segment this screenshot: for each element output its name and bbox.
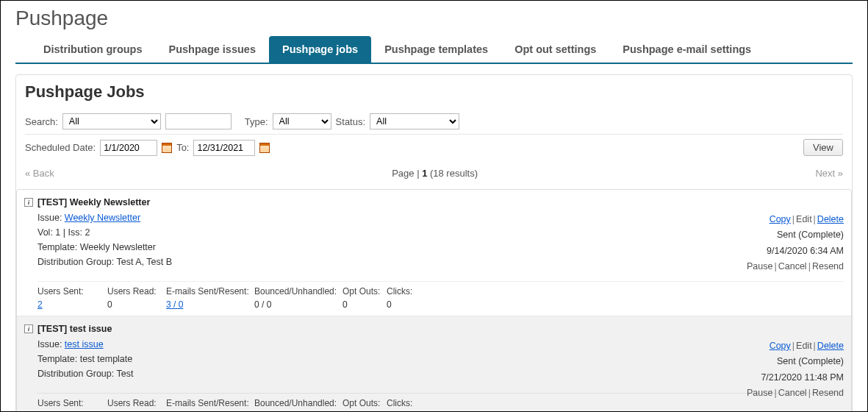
job-stats: Users Sent: Users Read: E-mails Sent/Res…	[37, 281, 844, 310]
info-icon[interactable]: i	[24, 198, 33, 207]
jobs-list: i [TEST] Weekly Newsletter Issue: Weekly…	[16, 189, 852, 412]
job-title: [TEST] Weekly Newsletter	[37, 197, 150, 207]
pager-next[interactable]: Next »	[815, 168, 843, 179]
stat-hdr-bounced: Bounced/Unhandled:	[254, 398, 342, 408]
cancel-link: Cancel	[778, 261, 807, 271]
scheduled-date-label: Scheduled Date:	[25, 142, 96, 153]
template-value: Weekly Newsletter	[80, 242, 156, 252]
stat-hdr-users-read: Users Read:	[107, 286, 166, 296]
issue-label: Issue:	[37, 213, 65, 223]
status-label: Status:	[336, 116, 365, 127]
pager-back[interactable]: « Back	[25, 168, 54, 179]
job-row: i [TEST] Weekly Newsletter Issue: Weekly…	[17, 190, 851, 316]
type-label: Type:	[245, 116, 268, 127]
template-value: test template	[80, 354, 133, 364]
stat-hdr-optouts: Opt Outs:	[342, 398, 387, 408]
panel-title: Pushpage Jobs	[25, 82, 843, 102]
resend-link: Resend	[812, 261, 844, 271]
stat-hdr-bounced: Bounced/Unhandled:	[254, 286, 342, 296]
edit-link: Edit	[796, 214, 812, 224]
stat-clicks: 0	[387, 299, 431, 310]
template-label: Template:	[37, 242, 80, 252]
copy-link[interactable]: Copy	[770, 341, 791, 351]
stat-optouts: 0	[342, 299, 387, 310]
status-select[interactable]: All	[370, 113, 459, 129]
filter-row-2: Scheduled Date: To: View	[25, 135, 843, 160]
job-title: [TEST] test issue	[37, 324, 112, 334]
info-icon[interactable]: i	[24, 324, 33, 333]
dist-group-label: Distribution Group:	[37, 257, 116, 267]
dist-group-label: Distribution Group:	[37, 369, 116, 379]
cancel-link: Cancel	[778, 388, 807, 398]
tab-bar: Distribution groups Pushpage issues Push…	[15, 36, 853, 64]
jobs-panel: Pushpage Jobs Search: All Type: All Stat…	[15, 74, 853, 412]
stat-hdr-emails: E-mails Sent/Resent:	[166, 398, 254, 408]
date-to-input[interactable]	[193, 140, 255, 156]
pager-row: « Back Page | 1 (18 results) Next »	[25, 160, 843, 188]
tab-pushpage-jobs[interactable]: Pushpage jobs	[269, 36, 371, 63]
job-status: Sent (Complete)	[747, 354, 844, 369]
stat-hdr-users-sent: Users Sent:	[37, 398, 107, 408]
view-button[interactable]: View	[803, 139, 843, 156]
stat-hdr-clicks: Clicks:	[387, 398, 431, 408]
page-title: Pushpage	[15, 7, 853, 30]
vol-iss: Vol: 1 | Iss: 2	[37, 225, 844, 240]
issue-link[interactable]: test issue	[65, 339, 104, 349]
calendar-icon[interactable]	[259, 143, 270, 153]
pause-link: Pause	[747, 388, 772, 398]
stat-bounced: 0 / 0	[254, 299, 342, 310]
job-stats: Users Sent: Users Read: E-mails Sent/Res…	[37, 393, 844, 412]
stat-hdr-users-read: Users Read:	[107, 398, 166, 408]
pager-status: Page | 1 (18 results)	[54, 168, 816, 179]
copy-link[interactable]: Copy	[770, 214, 791, 224]
tab-pushpage-issues[interactable]: Pushpage issues	[156, 36, 269, 63]
delete-link[interactable]: Delete	[817, 214, 844, 224]
stat-emails[interactable]: 3 / 0	[166, 299, 183, 310]
tab-opt-out-settings[interactable]: Opt out settings	[501, 36, 609, 63]
calendar-icon[interactable]	[162, 143, 172, 153]
template-label: Template:	[37, 354, 80, 364]
edit-link: Edit	[796, 341, 812, 351]
pause-link: Pause	[747, 261, 772, 271]
stat-hdr-users-sent: Users Sent:	[37, 286, 107, 296]
search-select[interactable]: All	[62, 113, 161, 129]
stat-hdr-optouts: Opt Outs:	[342, 286, 387, 296]
stat-hdr-emails: E-mails Sent/Resent:	[166, 286, 254, 296]
job-timestamp: 7/21/2020 11:48 PM	[747, 370, 844, 386]
resend-link: Resend	[812, 388, 844, 398]
search-input[interactable]	[165, 113, 232, 129]
job-status: Sent (Complete)	[747, 227, 844, 243]
dist-group-value: Test A, Test B	[116, 257, 172, 267]
stat-users-read: 0	[107, 299, 166, 310]
tab-distribution-groups[interactable]: Distribution groups	[30, 36, 156, 63]
job-row: i [TEST] test issue Issue: test issue Te…	[17, 316, 851, 412]
pager-results: (18 results)	[427, 168, 478, 179]
to-label: To:	[176, 142, 189, 153]
issue-link[interactable]: Weekly Newsletter	[65, 213, 140, 223]
pager-prefix: Page |	[392, 168, 422, 179]
stat-users-sent[interactable]: 2	[37, 299, 43, 310]
tab-pushpage-email-settings[interactable]: Pushpage e-mail settings	[609, 36, 764, 63]
date-from-input[interactable]	[100, 140, 157, 156]
search-label: Search:	[25, 116, 58, 127]
stat-hdr-clicks: Clicks:	[387, 286, 431, 296]
delete-link[interactable]: Delete	[817, 341, 844, 351]
filter-row-1: Search: All Type: All Status: All	[25, 109, 843, 135]
type-select[interactable]: All	[273, 113, 331, 129]
job-timestamp: 9/14/2020 6:34 AM	[747, 244, 844, 259]
dist-group-value: Test	[116, 369, 133, 379]
tab-pushpage-templates[interactable]: Pushpage templates	[371, 36, 501, 63]
issue-label: Issue:	[37, 339, 65, 349]
